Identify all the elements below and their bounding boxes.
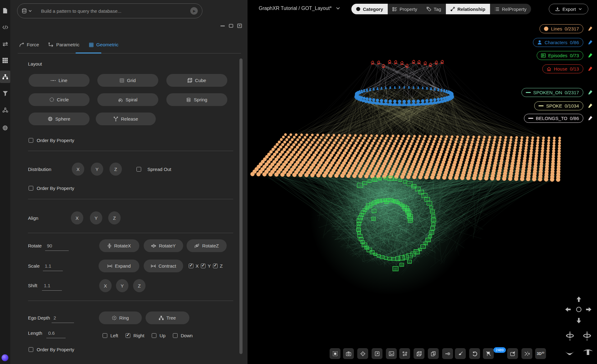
legend-pill-episodes[interactable]: Episodes0/73 bbox=[537, 51, 583, 60]
scale-z-checkbox[interactable] bbox=[213, 264, 218, 268]
layout-grid-button[interactable]: Grid bbox=[97, 74, 158, 87]
ego-depth-input[interactable]: 2 bbox=[53, 315, 56, 320]
toolbar-flags-off-button[interactable] bbox=[483, 348, 494, 359]
down-checkbox[interactable] bbox=[173, 333, 178, 338]
spoke-brush-icon[interactable] bbox=[587, 103, 593, 108]
minimize-icon[interactable] bbox=[220, 25, 225, 26]
panel-scrollbar[interactable] bbox=[239, 58, 243, 354]
shift-z-button[interactable]: Z bbox=[133, 279, 146, 292]
rail-item-geo[interactable] bbox=[0, 122, 10, 134]
scale-y-checkbox[interactable] bbox=[201, 264, 206, 268]
rotate-y-button[interactable]: RotateY bbox=[144, 239, 183, 252]
legend-pill-house[interactable]: House0/13 bbox=[542, 64, 583, 73]
rail-item-transform[interactable] bbox=[0, 38, 10, 50]
toolbar-annotate-button[interactable] bbox=[507, 348, 518, 359]
legend-pill-belongs-to[interactable]: BELONGS_TO0/86 bbox=[524, 114, 583, 123]
toolbar-center-view-button[interactable] bbox=[357, 348, 368, 359]
pan-left-button[interactable] bbox=[565, 306, 572, 313]
toolbar-add-node-button[interactable] bbox=[442, 348, 453, 359]
episodes-brush-icon[interactable] bbox=[587, 53, 593, 58]
distribution-y-button[interactable]: Y bbox=[91, 163, 103, 176]
toolbar-screenshot-button[interactable] bbox=[343, 348, 354, 359]
house-brush-icon[interactable] bbox=[587, 66, 593, 71]
spread-out-checkbox[interactable] bbox=[137, 167, 141, 172]
ego-order-by-checkbox[interactable] bbox=[29, 347, 33, 352]
contract-button[interactable]: Contract bbox=[144, 260, 183, 272]
pan-center-button[interactable] bbox=[576, 307, 581, 312]
project-title[interactable]: GraphXR Tutorial / GOT_Layout* bbox=[259, 6, 340, 11]
legend-pill-characters[interactable]: Characters0/86 bbox=[533, 38, 583, 47]
align-x-button[interactable]: X bbox=[71, 211, 83, 224]
rail-item-code[interactable] bbox=[0, 21, 10, 34]
pan-right-button[interactable] bbox=[584, 306, 591, 313]
rotate-x-button[interactable]: RotateX bbox=[99, 239, 139, 252]
tab-category[interactable]: Category bbox=[351, 4, 388, 14]
toolbar-scatter-button[interactable] bbox=[399, 348, 410, 359]
tab-force[interactable]: Force bbox=[19, 42, 39, 48]
shift-input[interactable]: 1.1 bbox=[44, 283, 50, 288]
close-icon[interactable]: ✕ bbox=[237, 24, 242, 28]
maximize-icon[interactable] bbox=[229, 24, 233, 28]
rail-item-layout[interactable] bbox=[0, 71, 10, 83]
layout-release-button[interactable]: Release bbox=[96, 113, 156, 125]
toolbar-select-area-button[interactable] bbox=[330, 348, 340, 359]
left-checkbox[interactable] bbox=[103, 333, 107, 338]
tilt-down-button[interactable] bbox=[564, 349, 575, 356]
spoken-on-brush-icon[interactable] bbox=[587, 90, 593, 95]
align-z-button[interactable]: Z bbox=[108, 211, 121, 224]
rail-item-file[interactable] bbox=[0, 4, 10, 17]
align-y-button[interactable]: Y bbox=[90, 211, 102, 224]
chevron-down-icon[interactable] bbox=[29, 10, 32, 12]
export-button[interactable]: Export bbox=[549, 4, 588, 14]
toolbar-undo-button[interactable] bbox=[469, 348, 480, 359]
legend-pill-spoke[interactable]: SPOKE0/1034 bbox=[534, 101, 583, 110]
up-checkbox[interactable] bbox=[152, 333, 156, 338]
app-logo[interactable] bbox=[2, 354, 8, 361]
rotate-input[interactable]: 90 bbox=[47, 243, 52, 248]
legend-pill-lines[interactable]: Lines0/2317 bbox=[539, 24, 583, 33]
toolbar-duplicate-button[interactable] bbox=[428, 348, 439, 359]
toolbar-3d-toggle-button[interactable]: 3D2D bbox=[535, 348, 546, 359]
pan-down-button[interactable] bbox=[575, 316, 582, 323]
toolbar-paint-button[interactable] bbox=[455, 348, 466, 359]
layout-order-by-checkbox[interactable] bbox=[29, 138, 33, 143]
rail-item-filter[interactable] bbox=[0, 87, 10, 100]
tab-parametric[interactable]: Parametric bbox=[49, 42, 80, 48]
rotate-z-button[interactable]: RotateZ bbox=[187, 239, 227, 252]
right-checkbox[interactable] bbox=[126, 333, 130, 338]
layout-sphere-button[interactable]: Sphere bbox=[29, 113, 90, 125]
layout-line-button[interactable]: Line bbox=[29, 74, 90, 87]
distribution-z-button[interactable]: Z bbox=[109, 163, 122, 176]
layout-spring-button[interactable]: Spring bbox=[166, 93, 227, 106]
ego-tree-button[interactable]: Tree bbox=[146, 311, 189, 324]
tab-property[interactable]: Property bbox=[388, 4, 422, 14]
rail-item-algorithms[interactable] bbox=[0, 104, 10, 116]
length-input[interactable]: 0.6 bbox=[48, 330, 55, 336]
rail-item-table[interactable] bbox=[0, 54, 10, 67]
ego-ring-button[interactable]: Ring bbox=[99, 311, 142, 324]
scale-x-checkbox[interactable] bbox=[189, 264, 193, 268]
toolbar-pause-layout-button[interactable] bbox=[521, 348, 532, 359]
expand-button[interactable]: Expand bbox=[99, 260, 139, 272]
characters-brush-icon[interactable] bbox=[587, 40, 593, 45]
tab-relationship[interactable]: Relationship bbox=[446, 4, 490, 14]
toolbar-cube-view-button[interactable] bbox=[414, 348, 424, 359]
tab-relproperty[interactable]: RelProperty bbox=[490, 4, 531, 14]
tab-geometric[interactable]: Geometric bbox=[89, 42, 119, 48]
run-query-icon[interactable]: ▶ bbox=[190, 7, 198, 15]
shift-x-button[interactable]: X bbox=[99, 279, 112, 292]
scale-input[interactable]: 1.1 bbox=[45, 263, 51, 269]
distribution-order-by-checkbox[interactable] bbox=[29, 186, 33, 191]
layout-circle-button[interactable]: Circle bbox=[29, 93, 90, 106]
toolbar-image-button[interactable] bbox=[386, 348, 397, 359]
distribution-x-button[interactable]: X bbox=[72, 163, 84, 176]
layout-spiral-button[interactable]: Spiral bbox=[97, 93, 158, 106]
title-chevron-icon[interactable] bbox=[336, 7, 340, 10]
legend-pill-spoken-on[interactable]: SPOKEN_ON0/2317 bbox=[521, 88, 583, 97]
query-placeholder[interactable]: Build a pattern to query the database... bbox=[41, 8, 188, 14]
belongs-to-brush-icon[interactable] bbox=[587, 116, 593, 121]
tilt-up-button[interactable] bbox=[582, 348, 594, 356]
layout-cube-button[interactable]: Cube bbox=[166, 74, 227, 87]
tab-tag[interactable]: Tag bbox=[422, 4, 446, 14]
query-bar[interactable]: Build a pattern to query the database...… bbox=[17, 3, 202, 18]
